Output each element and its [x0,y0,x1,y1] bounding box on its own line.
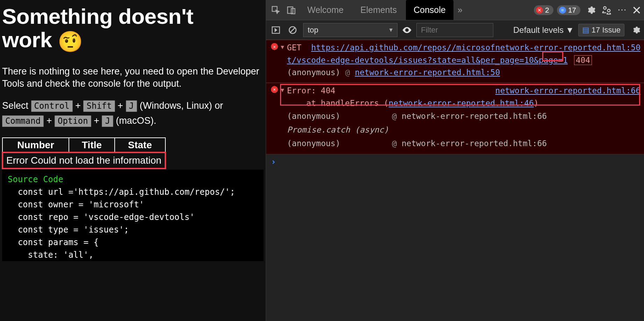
emoji-face: 🤨 [58,30,83,53]
key-option: Option [55,115,91,127]
svg-point-4 [608,9,610,12]
devtools-panel: Welcome Elements Console » ✕ 2 ≡ 17 ⋯ [266,0,644,321]
disclosure-triangle-icon[interactable]: ▼ [281,87,284,93]
filter-input[interactable] [416,23,493,37]
col-number: Number [2,138,69,152]
issues-table: Number Title State Error Could not load … [2,137,166,169]
paren-close: ) [534,99,539,108]
issues-label: 17 Issue [592,26,621,35]
stack-frame: (anonymous) @ network-error-reported.htm… [271,66,641,79]
error-count: 2 [545,6,549,14]
stack-location-link[interactable]: network-error-reported.html:50 [355,68,500,77]
issues-button[interactable]: ▤ 17 Issue [578,24,624,36]
key-j: J [126,100,137,112]
info-count-badge[interactable]: ≡ 17 [557,5,580,15]
error-headline: Error: 404 [287,86,335,95]
stack-at-link[interactable]: network-error-reported.html:46 [388,99,534,108]
keyboard-instructions: Select Control + Shift + J (Windows, Lin… [2,98,264,128]
source-code-block: Source Code const url ='https://api.gith… [2,170,264,261]
stack-row: (anonymous) @ network-error-reported.htm… [271,109,641,123]
demo-page: Something doesn't work 🤨 There is nothin… [0,0,266,321]
info-count: 17 [568,6,576,14]
levels-label: Default levels [513,25,564,35]
title-line1: Something doesn't [2,4,193,28]
error-icon: ✕ [271,43,278,50]
key-control: Control [31,100,73,112]
error-count-badge[interactable]: ✕ 2 [534,5,553,15]
disclosure-triangle-icon[interactable]: ▼ [281,44,284,50]
key-j2: J [102,115,113,127]
table-header-row: Number Title State [2,138,165,152]
page-title: Something doesn't work 🤨 [2,5,264,53]
col-state: State [115,138,165,152]
stack-row: (anonymous) @ network-error-reported.htm… [271,137,641,150]
table-error-cell: Error Could not load the information [2,152,165,169]
tab-elements[interactable]: Elements [353,0,405,20]
svg-rect-1 [288,7,293,13]
devtools-tabbar: Welcome Elements Console » ✕ 2 ≡ 17 ⋯ [266,0,644,20]
stack-at-text: at handleErrors ( [287,99,389,108]
http-method: GET [287,43,302,52]
intro-paragraph: There is nothing to see here, you need t… [2,65,264,90]
select-word: Select [2,100,31,111]
key-shift: Shift [83,100,115,112]
plus: + [44,115,55,126]
svg-point-3 [603,7,606,9]
close-icon[interactable] [632,6,641,15]
error-icon: ✕ [271,86,278,93]
key-command: Command [2,115,44,127]
stack-fn-async: Promise.catch (async) [287,123,392,137]
console-messages: ✕ ▼ network-error-reported.html:50 GET h… [266,40,644,321]
at-symbol: @ [392,139,402,148]
feedback-icon[interactable] [601,5,612,15]
plus: + [91,115,102,126]
plus: + [73,100,84,111]
status-code: 404 [574,55,592,65]
tab-console[interactable]: Console [406,0,453,20]
stack-location-link[interactable]: network-error-reported.html:66 [402,112,547,121]
winlinux-text: (Windows, Linux) or [139,100,223,111]
source-title: Source Code [8,174,63,184]
console-settings-icon[interactable] [631,26,641,35]
more-icon[interactable]: ⋯ [617,5,627,15]
stack-fn: (anonymous) [287,68,340,77]
tab-welcome[interactable]: Welcome [300,0,351,20]
at-symbol: @ [392,112,402,121]
col-title: Title [69,138,115,152]
stack-fn: (anonymous) [287,137,392,150]
title-line2: work [2,28,58,52]
context-select[interactable]: top [303,23,398,37]
live-expression-icon[interactable] [402,25,412,35]
svg-point-7 [406,29,408,31]
context-value: top [308,26,319,35]
macos-text: (macOS). [116,115,156,126]
source-link[interactable]: network-error-reported.html:50 [495,42,641,54]
source-body: const url ='https://api.github.com/repos… [8,187,235,260]
sidebar-toggle-icon[interactable] [270,24,282,36]
source-link[interactable]: network-error-reported.html:66 [495,85,641,97]
prompt-chevron-icon: › [271,157,276,167]
device-toggle-icon[interactable] [284,3,298,17]
console-error-2[interactable]: ✕ ▼ network-error-reported.html:66 Error… [266,83,644,155]
stack-location-link[interactable]: network-error-reported.html:66 [402,139,547,148]
error-dot-icon: ✕ [536,7,543,14]
chevron-down-icon: ▼ [566,25,574,35]
log-levels-select[interactable]: Default levels ▼ [513,25,574,35]
stack-fn: (anonymous) [287,109,392,123]
stack-row: Promise.catch (async) [271,123,641,137]
issues-icon: ▤ [582,26,589,35]
inspect-icon[interactable] [269,3,283,17]
clear-console-icon[interactable] [286,24,299,36]
info-dot-icon: ≡ [559,7,566,14]
at-symbol: @ [345,68,355,77]
plus: + [115,100,126,111]
console-toolbar: top Default levels ▼ ▤ 17 Issue [266,20,644,40]
table-error-row: Error Could not load the information [2,152,165,169]
console-error-1[interactable]: ✕ ▼ network-error-reported.html:50 GET h… [266,40,644,83]
tabs-overflow[interactable]: » [455,0,465,20]
console-prompt[interactable]: › [266,154,644,170]
settings-icon[interactable] [586,5,596,15]
